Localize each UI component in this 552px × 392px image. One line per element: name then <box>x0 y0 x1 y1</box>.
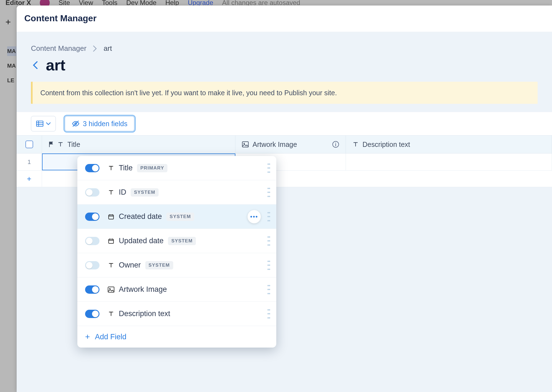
table-icon <box>36 121 43 127</box>
chevron-down-icon <box>46 122 51 125</box>
cell-description[interactable] <box>346 153 552 170</box>
svg-rect-0 <box>36 121 43 127</box>
column-artwork-image[interactable]: Artwork Image <box>235 136 346 153</box>
field-label: Title <box>119 164 133 172</box>
view-switch-button[interactable] <box>31 116 56 131</box>
row-number[interactable]: 1 <box>17 153 42 170</box>
svg-point-9 <box>335 143 336 144</box>
plus-icon: + <box>85 333 90 341</box>
svg-point-7 <box>243 143 245 144</box>
field-label: Created date <box>119 212 162 221</box>
badge-system: SYSTEM <box>166 213 194 221</box>
col-title-label: Title <box>67 141 80 149</box>
toggle-updated-date[interactable] <box>85 237 99 245</box>
drag-handle-icon[interactable] <box>267 212 271 221</box>
page-title: art <box>46 56 65 74</box>
field-row-title[interactable]: Title PRIMARY <box>77 156 276 180</box>
toggle-description-text[interactable] <box>85 310 99 318</box>
badge-primary: PRIMARY <box>137 164 167 172</box>
breadcrumb-root[interactable]: Content Manager <box>31 44 86 53</box>
toggle-artwork-image[interactable] <box>85 285 99 294</box>
select-all-cell[interactable] <box>17 136 42 153</box>
field-row-id[interactable]: ID SYSTEM <box>77 180 276 205</box>
chevron-right-icon <box>93 46 97 52</box>
title-row: art <box>17 53 552 82</box>
toggle-title[interactable] <box>85 164 99 172</box>
badge-system: SYSTEM <box>145 261 173 269</box>
column-title[interactable]: Title <box>42 136 235 153</box>
field-row-created-date[interactable]: Created date SYSTEM ••• <box>77 205 276 229</box>
panel-header: Content Manager <box>17 6 552 32</box>
svg-rect-10 <box>335 144 336 146</box>
field-row-description-text[interactable]: Description text <box>77 302 276 326</box>
text-icon <box>107 262 115 268</box>
info-banner: Content from this collection isn't live … <box>31 82 538 104</box>
toggle-created-date[interactable] <box>85 213 99 221</box>
panel-title: Content Manager <box>24 13 544 23</box>
toggle-id[interactable] <box>85 188 99 197</box>
field-row-owner[interactable]: Owner SYSTEM <box>77 253 276 277</box>
svg-rect-11 <box>109 215 114 219</box>
text-icon <box>107 311 115 317</box>
add-field-button[interactable]: + Add Field <box>77 326 276 348</box>
table-toolbar: 3 hidden fields <box>17 112 552 135</box>
drag-handle-icon[interactable] <box>267 285 271 294</box>
image-icon <box>242 141 249 147</box>
svg-rect-15 <box>109 239 114 243</box>
field-label: ID <box>119 188 126 197</box>
field-label: Updated date <box>119 237 164 245</box>
toggle-owner[interactable] <box>85 261 99 269</box>
field-row-updated-date[interactable]: Updated date SYSTEM <box>77 229 276 253</box>
col-desc-label: Description text <box>362 141 410 149</box>
date-icon <box>107 238 115 244</box>
field-label: Description text <box>119 309 170 318</box>
text-icon <box>107 189 115 195</box>
more-options-button[interactable]: ••• <box>248 210 261 223</box>
hidden-fields-button[interactable]: 3 hidden fields <box>64 115 135 132</box>
flag-icon <box>49 141 54 147</box>
col-image-label: Artwork Image <box>253 141 297 149</box>
text-icon <box>57 141 64 147</box>
select-all-checkbox[interactable] <box>25 141 33 148</box>
svg-rect-6 <box>242 142 248 147</box>
field-label: Artwork Image <box>119 285 167 294</box>
drag-handle-icon[interactable] <box>267 163 271 173</box>
column-headers: Title Artwork Image Description text <box>17 135 552 153</box>
column-description[interactable]: Description text <box>346 136 552 153</box>
back-button[interactable] <box>31 60 39 71</box>
info-icon[interactable] <box>332 141 339 148</box>
eye-off-icon <box>72 120 80 127</box>
svg-point-20 <box>109 288 110 289</box>
add-row-icon[interactable]: + <box>17 171 42 187</box>
breadcrumb-current: art <box>104 44 112 53</box>
drag-handle-icon[interactable] <box>267 236 271 246</box>
hidden-fields-label: 3 hidden fields <box>83 120 127 128</box>
badge-system: SYSTEM <box>131 188 159 197</box>
date-icon <box>107 214 115 220</box>
text-icon <box>107 165 115 171</box>
breadcrumb: Content Manager art <box>17 32 552 53</box>
text-icon <box>353 141 359 147</box>
svg-rect-19 <box>108 287 114 292</box>
image-icon <box>107 287 115 293</box>
badge-system: SYSTEM <box>168 237 196 245</box>
field-label: Owner <box>119 261 141 269</box>
field-row-artwork-image[interactable]: Artwork Image <box>77 277 276 302</box>
drag-handle-icon[interactable] <box>267 309 271 319</box>
drag-handle-icon[interactable] <box>267 261 271 270</box>
drag-handle-icon[interactable] <box>267 188 271 197</box>
add-field-label: Add Field <box>95 333 127 341</box>
fields-popover: Title PRIMARY ID SYSTEM Created date SYS… <box>77 156 276 348</box>
